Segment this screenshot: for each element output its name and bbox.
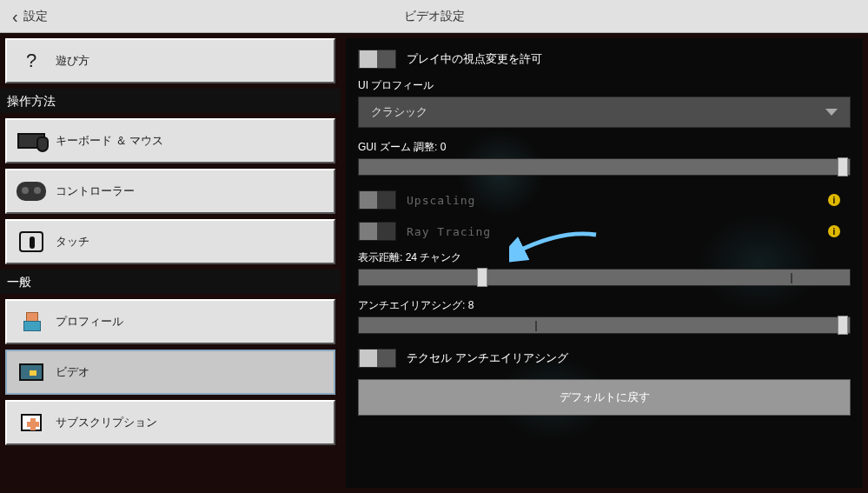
settings-panel: プレイ中の視点変更を許可 UI プロフィール クラシック GUI ズーム 調整:… xyxy=(346,38,863,488)
reset-defaults-button[interactable]: デフォルトに戻す xyxy=(358,379,851,416)
antialiasing-row: アンチエイリアシング: 8 xyxy=(358,298,851,334)
toggle-label: Ray Tracing xyxy=(407,225,491,238)
button-label: デフォルトに戻す xyxy=(560,390,650,405)
chevron-down-icon xyxy=(825,109,838,116)
info-icon[interactable]: i xyxy=(828,225,840,237)
back-button[interactable]: ‹ 設定 xyxy=(0,0,60,32)
toggle-row-view-change: プレイ中の視点変更を許可 xyxy=(358,47,851,71)
toggle-upscaling xyxy=(358,190,396,210)
toggle-label: プレイ中の視点変更を許可 xyxy=(407,51,542,67)
render-distance-label: 表示距離: 24 チャンク xyxy=(358,250,851,265)
sidebar-item-label: タッチ xyxy=(56,234,89,250)
dropdown-value: クラシック xyxy=(371,104,427,120)
sidebar-item-label: コントローラー xyxy=(56,183,135,199)
plus-icon xyxy=(21,414,42,431)
chevron-left-icon: ‹ xyxy=(12,8,18,25)
toggle-row-texel-aa: テクセル アンチエイリアシング xyxy=(358,346,851,370)
sidebar-item-video[interactable]: ビデオ xyxy=(5,350,335,395)
sidebar-item-label: ビデオ xyxy=(56,364,89,380)
sidebar-item-label: 遊び方 xyxy=(56,53,89,69)
toggle-row-ray-tracing: Ray Tracing i xyxy=(358,219,851,243)
toggle-label: Upscaling xyxy=(407,194,475,207)
profile-icon xyxy=(23,312,39,331)
back-label: 設定 xyxy=(23,9,48,24)
keyboard-icon xyxy=(17,133,45,149)
antialiasing-label: アンチエイリアシング: 8 xyxy=(358,298,851,313)
video-icon xyxy=(19,363,43,381)
sidebar: ? 遊び方 操作方法 キーボード ＆ マウス コントローラー タッチ 一般 プロ… xyxy=(0,33,341,493)
toggle-ray-tracing xyxy=(358,222,396,241)
toggle-label: テクセル アンチエイリアシング xyxy=(407,350,568,366)
dropdown-ui-profile[interactable]: クラシック xyxy=(358,97,851,128)
page-title: ビデオ設定 xyxy=(404,9,465,24)
slider-antialiasing[interactable] xyxy=(358,316,851,334)
sidebar-item-how-to-play[interactable]: ? 遊び方 xyxy=(5,38,335,83)
sidebar-item-keyboard-mouse[interactable]: キーボード ＆ マウス xyxy=(5,118,335,163)
toggle-row-upscaling: Upscaling i xyxy=(358,188,851,212)
toggle-view-change[interactable] xyxy=(358,50,396,69)
gui-zoom-label: GUI ズーム 調整: 0 xyxy=(358,140,851,155)
gui-zoom-row: GUI ズーム 調整: 0 xyxy=(358,140,851,176)
sidebar-item-label: サブスクリプション xyxy=(56,415,157,430)
sidebar-item-controller[interactable]: コントローラー xyxy=(5,169,335,214)
section-header-controls: 操作方法 xyxy=(0,89,341,113)
ui-profile-label: UI プロフィール xyxy=(358,78,851,93)
question-icon: ? xyxy=(26,50,36,72)
topbar: ‹ 設定 ビデオ設定 xyxy=(0,0,868,33)
sidebar-item-label: キーボード ＆ マウス xyxy=(56,133,163,149)
main: ? 遊び方 操作方法 キーボード ＆ マウス コントローラー タッチ 一般 プロ… xyxy=(0,33,868,493)
render-distance-row: 表示距離: 24 チャンク xyxy=(358,250,851,286)
section-header-general: 一般 xyxy=(0,270,341,294)
sidebar-item-subscription[interactable]: サブスクリプション xyxy=(5,400,335,445)
toggle-texel-aa[interactable] xyxy=(358,349,396,368)
touch-icon xyxy=(19,231,43,252)
slider-render-distance[interactable] xyxy=(358,269,851,286)
slider-gui-zoom[interactable] xyxy=(358,158,851,176)
sidebar-item-label: プロフィール xyxy=(56,314,123,330)
sidebar-item-touch[interactable]: タッチ xyxy=(5,219,335,264)
sidebar-item-profile[interactable]: プロフィール xyxy=(5,299,335,344)
gamepad-icon xyxy=(17,182,46,201)
info-icon[interactable]: i xyxy=(828,194,840,206)
